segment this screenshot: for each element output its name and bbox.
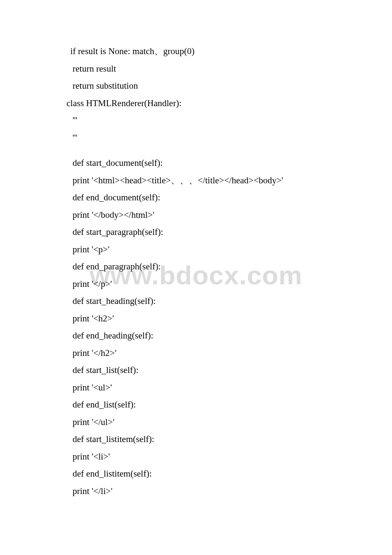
code-line: ''': [70, 133, 349, 142]
code-line: print '<ul>': [70, 383, 349, 392]
code-line: if result is None: match、group(0): [70, 47, 349, 56]
code-line: print '<html><head><title>、、、</title></h…: [70, 176, 349, 185]
code-line: print '</body></html>': [70, 211, 349, 220]
code-line: class HTMLRenderer(Handler):: [66, 99, 349, 108]
code-line: ''': [70, 116, 349, 125]
code-line: print '</ul>': [70, 418, 349, 427]
code-line: def start_list(self):: [70, 366, 349, 375]
code-line: def end_listitem(self):: [70, 469, 349, 478]
code-line: print '<li>': [70, 452, 349, 461]
code-line: return substitution: [70, 81, 349, 90]
code-line: def end_paragraph(self):: [70, 262, 349, 271]
code-line: print '</p>': [70, 280, 349, 289]
document-content: if result is None: match、group(0) return…: [70, 47, 349, 504]
code-line: print '<h2>': [70, 314, 349, 323]
code-line: def end_list(self):: [70, 400, 349, 409]
code-line: print '<p>': [70, 245, 349, 254]
code-line: def start_paragraph(self):: [70, 228, 349, 237]
code-line: def start_heading(self):: [70, 297, 349, 306]
code-line: def start_listitem(self):: [70, 435, 349, 444]
code-line: def end_document(self):: [70, 193, 349, 202]
code-line: return result: [70, 64, 349, 73]
code-line: print '</li>': [70, 487, 349, 496]
code-line: def start_document(self):: [70, 159, 349, 168]
code-line: def end_heading(self):: [70, 331, 349, 340]
code-line: print '</h2>': [70, 349, 349, 358]
